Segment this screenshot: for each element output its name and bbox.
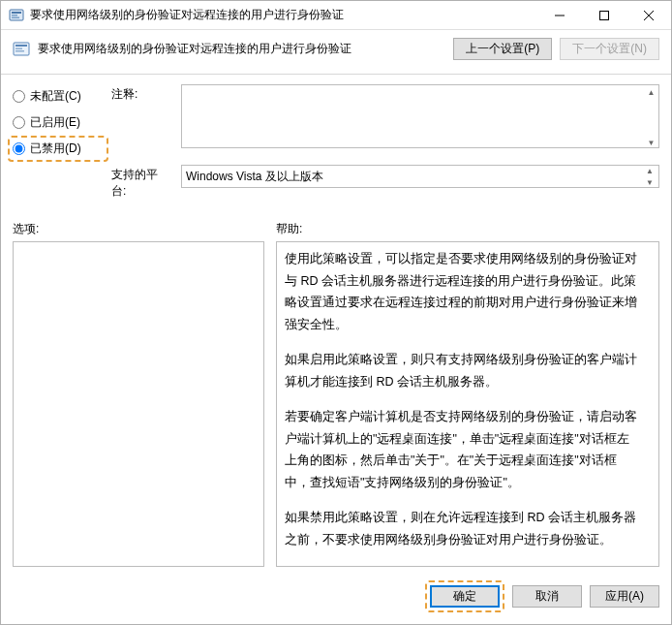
scroll-down-icon[interactable]: ▼ bbox=[643, 135, 659, 151]
comment-textarea[interactable] bbox=[181, 84, 659, 148]
titlebar: 要求使用网络级别的身份验证对远程连接的用户进行身份验证 bbox=[1, 1, 671, 30]
radio-not-configured[interactable]: 未配置(C) bbox=[13, 88, 102, 105]
previous-setting-button[interactable]: 上一个设置(P) bbox=[453, 38, 552, 60]
window-controls bbox=[537, 1, 671, 29]
options-label: 选项: bbox=[13, 221, 264, 237]
policy-editor-window: 要求使用网络级别的身份验证对远程连接的用户进行身份验证 要求使用网络级别的身份验… bbox=[0, 0, 672, 625]
scroll-down-icon[interactable]: ▼ bbox=[642, 177, 657, 189]
cancel-button[interactable]: 取消 bbox=[512, 585, 582, 608]
next-setting-button[interactable]: 下一个设置(N) bbox=[560, 38, 659, 60]
radio-enabled-label: 已启用(E) bbox=[30, 114, 80, 131]
svg-rect-10 bbox=[15, 47, 22, 49]
radio-disabled-input[interactable] bbox=[13, 142, 25, 155]
radio-not-configured-input[interactable] bbox=[13, 90, 25, 103]
scroll-up-icon[interactable]: ▲ bbox=[643, 84, 659, 101]
panels: 使用此策略设置，可以指定是否要求使用网络级别的身份验证对与 RD 会话主机服务器… bbox=[1, 241, 671, 573]
svg-rect-5 bbox=[600, 12, 609, 20]
close-button[interactable] bbox=[626, 1, 671, 30]
options-panel bbox=[13, 241, 264, 567]
window-title: 要求使用网络级别的身份验证对远程连接的用户进行身份验证 bbox=[30, 7, 537, 23]
svg-rect-2 bbox=[12, 15, 17, 16]
section-labels: 选项: 帮助: bbox=[1, 213, 671, 241]
apply-button[interactable]: 应用(A) bbox=[590, 585, 659, 608]
supported-on-value: Windows Vista 及以上版本 bbox=[186, 169, 323, 185]
config-area: 未配置(C) 已启用(E) 已禁用(D) 注释: ▲ ▼ bbox=[1, 75, 671, 213]
help-paragraph: 如果禁用此策略设置，则在允许远程连接到 RD 会话主机服务器之前，不要求使用网络… bbox=[285, 507, 641, 550]
svg-rect-9 bbox=[15, 45, 27, 47]
policy-icon bbox=[13, 41, 30, 58]
help-paragraph: 如果未配置此策略设置，则将强制使用目标计算机的本地设置。在 Windows Se… bbox=[285, 564, 641, 567]
radio-enabled[interactable]: 已启用(E) bbox=[13, 114, 102, 131]
svg-rect-11 bbox=[15, 50, 24, 52]
svg-rect-3 bbox=[12, 16, 19, 18]
help-paragraph: 如果启用此策略设置，则只有支持网络级别身份验证的客户端计算机才能连接到 RD 会… bbox=[285, 349, 641, 392]
comment-scrollbar[interactable]: ▲ ▼ bbox=[643, 84, 659, 151]
dialog-footer: 确定 取消 应用(A) bbox=[1, 573, 671, 622]
scroll-up-icon[interactable]: ▲ bbox=[642, 166, 657, 177]
ok-button-highlight: 确定 bbox=[425, 580, 504, 612]
comment-label: 注释: bbox=[111, 84, 171, 103]
svg-rect-1 bbox=[12, 12, 21, 14]
header-row: 要求使用网络级别的身份验证对远程连接的用户进行身份验证 上一个设置(P) 下一个… bbox=[1, 30, 671, 75]
supported-scrollbar[interactable]: ▲ ▼ bbox=[642, 166, 657, 187]
maximize-button[interactable] bbox=[582, 1, 626, 30]
supported-on-field: Windows Vista 及以上版本 ▲ ▼ bbox=[181, 165, 659, 188]
radio-enabled-input[interactable] bbox=[13, 116, 25, 129]
app-icon bbox=[9, 8, 24, 23]
ok-button[interactable]: 确定 bbox=[430, 585, 500, 608]
supported-label: 支持的平台: bbox=[111, 165, 171, 200]
help-paragraph: 若要确定客户端计算机是否支持网络级别的身份验证，请启动客户端计算机上的"远程桌面… bbox=[285, 406, 641, 493]
help-panel[interactable]: 使用此策略设置，可以指定是否要求使用网络级别的身份验证对与 RD 会话主机服务器… bbox=[276, 241, 659, 567]
radio-disabled[interactable]: 已禁用(D) bbox=[13, 141, 102, 157]
radio-not-configured-label: 未配置(C) bbox=[30, 88, 81, 105]
radio-group: 未配置(C) 已启用(E) 已禁用(D) bbox=[13, 84, 102, 157]
policy-title: 要求使用网络级别的身份验证对远程连接的用户进行身份验证 bbox=[38, 41, 445, 57]
help-paragraph: 使用此策略设置，可以指定是否要求使用网络级别的身份验证对与 RD 会话主机服务器… bbox=[285, 248, 641, 335]
radio-disabled-label: 已禁用(D) bbox=[30, 141, 81, 157]
minimize-button[interactable] bbox=[537, 1, 582, 30]
radio-disabled-highlight: 已禁用(D) bbox=[8, 136, 108, 162]
help-label: 帮助: bbox=[276, 221, 659, 237]
